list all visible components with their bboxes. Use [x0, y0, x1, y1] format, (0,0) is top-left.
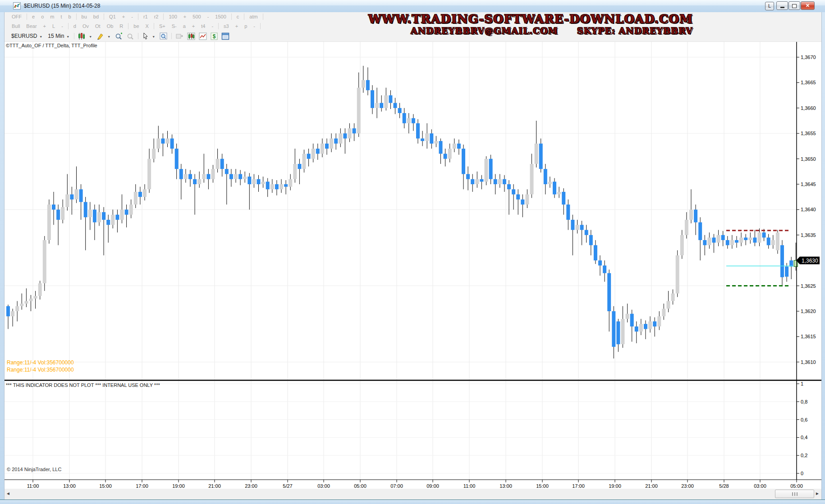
scroll-left-icon[interactable]: ◄ — [6, 491, 10, 496]
candle — [248, 177, 251, 184]
price-axis-label: 1,3610 — [801, 359, 816, 365]
tb1-btn-t[interactable]: t — [60, 14, 62, 19]
chart-canvas[interactable]: 1,36701,36651,36601,36551,36501,36451,36… — [4, 42, 821, 489]
line-chart-icon[interactable] — [199, 32, 207, 40]
tb1-btn-500[interactable]: 500 — [192, 14, 201, 19]
instrument-selector[interactable]: $EURUSD — [11, 33, 37, 39]
chart-type-icon[interactable] — [78, 32, 86, 40]
tb2-btn-[interactable]: + — [235, 23, 238, 29]
l-button[interactable]: L — [765, 2, 774, 10]
candle — [211, 169, 215, 179]
tb2-btn-s3[interactable]: s3 — [224, 23, 229, 29]
candle — [234, 174, 238, 179]
candle — [539, 144, 543, 169]
candle — [29, 299, 33, 301]
tb1-btn-m[interactable]: m — [50, 14, 54, 19]
candle — [662, 309, 665, 316]
toolbar-separator — [138, 33, 138, 39]
candles-icon[interactable] — [187, 32, 195, 40]
tb1-btn-[interactable]: + — [183, 14, 186, 19]
candle — [503, 179, 506, 184]
close-button[interactable]: ✕ — [801, 1, 815, 10]
shift-chart-icon[interactable] — [175, 32, 183, 40]
candle — [6, 306, 10, 317]
zoom-out-icon[interactable] — [127, 32, 134, 40]
candle — [635, 327, 638, 331]
tb1-btn-bd[interactable]: bd — [93, 14, 99, 19]
tb2-btn-L[interactable]: L — [52, 23, 55, 29]
candle — [598, 260, 602, 265]
interval-selector[interactable]: 15 Min — [48, 33, 64, 39]
tb2-btn-X[interactable]: X — [146, 23, 149, 29]
candle — [744, 237, 747, 240]
tb1-btn-r1[interactable]: r1 — [143, 14, 148, 19]
tb2-btn-Ob[interactable]: Ob — [107, 23, 114, 29]
tb2-btn-be[interactable]: be — [133, 23, 139, 29]
tb1-btn-b[interactable]: b — [68, 14, 71, 19]
tb2-btn-[interactable]: - — [253, 23, 255, 29]
candle — [38, 283, 42, 296]
time-axis-label: 09:00 — [426, 483, 439, 489]
zoom-in-icon[interactable] — [115, 32, 123, 40]
scroll-right-icon[interactable]: ► — [815, 491, 820, 496]
tb2-btn-Bull[interactable]: Bull — [12, 23, 20, 29]
tb1-btn-Q1[interactable]: Q1 — [109, 14, 116, 19]
tb1-btn-1500[interactable]: 1500 — [215, 14, 226, 19]
horizontal-scrollbar[interactable]: ◄ ► — [4, 489, 821, 499]
candle — [15, 306, 19, 311]
tb1-btn-[interactable]: - — [131, 14, 133, 19]
tb1-btn-e[interactable]: e — [32, 14, 35, 19]
thumb-grip — [794, 492, 795, 496]
panel-icon[interactable] — [221, 32, 229, 40]
candle — [170, 138, 174, 149]
toolbar-separator — [104, 14, 104, 20]
chevron-down-icon[interactable]: ▼ — [39, 35, 42, 38]
restore-button[interactable] — [788, 1, 800, 10]
tb2-btn-[interactable]: + — [192, 23, 195, 29]
chevron-down-icon[interactable]: ▼ — [66, 35, 69, 38]
chevron-down-icon[interactable]: ▼ — [107, 35, 110, 38]
tb1-btn-r2[interactable]: r2 — [154, 14, 159, 19]
candle — [648, 322, 652, 329]
tb2-btn-d[interactable]: d — [73, 23, 76, 29]
tb2-btn-Bear[interactable]: Bear — [26, 23, 37, 29]
scrollbar-thumb[interactable] — [775, 490, 814, 498]
tb2-btn-S[interactable]: S+ — [159, 23, 165, 29]
tb2-btn-S[interactable]: S- — [172, 23, 177, 29]
tb2-btn-[interactable]: - — [61, 23, 63, 29]
pane-separator[interactable] — [4, 380, 821, 381]
tb1-btn-[interactable]: - — [207, 14, 209, 19]
tb1-btn-100[interactable]: 100 — [169, 14, 177, 19]
tb2-btn-[interactable]: + — [43, 23, 46, 29]
titlebar[interactable]: $EURUSD (15 Min) 2014-05-28 L ✕ — [0, 0, 825, 13]
pencil-icon[interactable] — [96, 32, 104, 40]
chevron-down-icon[interactable]: ▼ — [152, 35, 155, 38]
tb1-btn-bu[interactable]: bu — [82, 14, 87, 19]
toolbar-separator — [163, 14, 164, 20]
tb1-btn-c[interactable]: c — [237, 14, 239, 19]
candle — [776, 232, 779, 250]
tb1-btn-o[interactable]: o — [41, 14, 44, 19]
tb2-btn-R[interactable]: R — [119, 23, 123, 29]
tb2-btn-p[interactable]: p — [244, 23, 247, 29]
candle — [612, 311, 615, 347]
chevron-down-icon[interactable]: ▼ — [89, 35, 92, 38]
tb1-btn-atm[interactable]: atm — [249, 14, 257, 19]
tb2-btn-a[interactable]: a — [183, 23, 186, 29]
tb2-btn-Ov[interactable]: Ov — [82, 23, 89, 29]
tb2-btn-t4[interactable]: t4 — [201, 23, 205, 29]
tb2-btn-Ot[interactable]: Ot — [95, 23, 101, 29]
tb2-btn-[interactable]: - — [211, 23, 213, 29]
dollar-icon[interactable]: $ — [211, 32, 218, 40]
candle — [444, 154, 447, 159]
tb1-btn-[interactable]: + — [122, 14, 125, 19]
minimize-button[interactable] — [776, 1, 788, 10]
candle — [657, 316, 661, 327]
cursor-icon[interactable] — [142, 32, 149, 40]
candle — [343, 133, 347, 138]
price-axis-label: 1,3670 — [801, 54, 816, 60]
tb1-btn-OFF[interactable]: OFF — [12, 14, 22, 19]
toolbar-separator — [74, 33, 74, 39]
zoom-window-icon[interactable] — [160, 32, 168, 40]
time-axis-label: 23:00 — [681, 483, 694, 489]
